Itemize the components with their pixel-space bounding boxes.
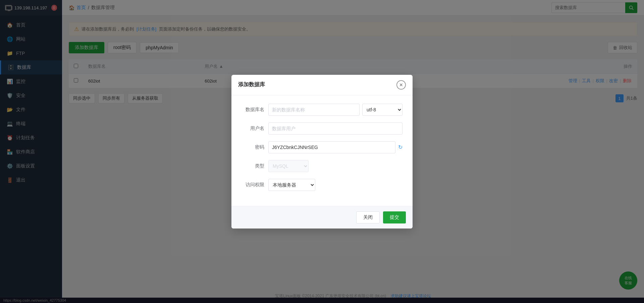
modal-overlay[interactable]: 添加数据库 ✕ 数据库名 utf-8 gbk utf8mb4 latin1 — [0, 0, 644, 303]
modal-cancel-button[interactable]: 关闭 — [356, 211, 380, 223]
username-label: 用户名 — [241, 125, 268, 132]
password-wrap: ↻ — [268, 141, 402, 153]
form-row-dbname: 数据库名 utf-8 gbk utf8mb4 latin1 — [241, 104, 402, 116]
modal-footer: 关闭 提交 — [231, 206, 413, 229]
form-row-username: 用户名 — [241, 122, 402, 135]
access-label: 访问权限 — [241, 182, 268, 188]
modal-title: 添加数据库 — [238, 81, 265, 88]
type-label: 类型 — [241, 163, 268, 169]
password-label: 密码 — [241, 144, 268, 150]
username-input[interactable] — [268, 122, 402, 135]
dbname-label: 数据库名 — [241, 107, 268, 113]
dbname-input[interactable] — [268, 104, 360, 116]
form-row-password: 密码 ↻ — [241, 141, 402, 153]
modal-header: 添加数据库 ✕ — [231, 75, 413, 95]
access-select[interactable]: 本地服务器 所有人 — [268, 179, 315, 191]
modal-close-button[interactable]: ✕ — [396, 80, 406, 90]
refresh-password-icon[interactable]: ↻ — [398, 144, 402, 150]
add-database-modal: 添加数据库 ✕ 数据库名 utf-8 gbk utf8mb4 latin1 — [231, 75, 413, 229]
form-row-type: 类型 MySQL — [241, 160, 402, 172]
modal-submit-button[interactable]: 提交 — [383, 211, 406, 223]
modal-body: 数据库名 utf-8 gbk utf8mb4 latin1 用户名 — [231, 95, 413, 206]
form-row-access: 访问权限 本地服务器 所有人 — [241, 179, 402, 191]
type-select[interactable]: MySQL — [268, 160, 309, 172]
dbname-wrap: utf-8 gbk utf8mb4 latin1 — [268, 104, 402, 116]
encoding-select[interactable]: utf-8 gbk utf8mb4 latin1 — [362, 104, 402, 116]
password-input[interactable] — [268, 141, 395, 153]
